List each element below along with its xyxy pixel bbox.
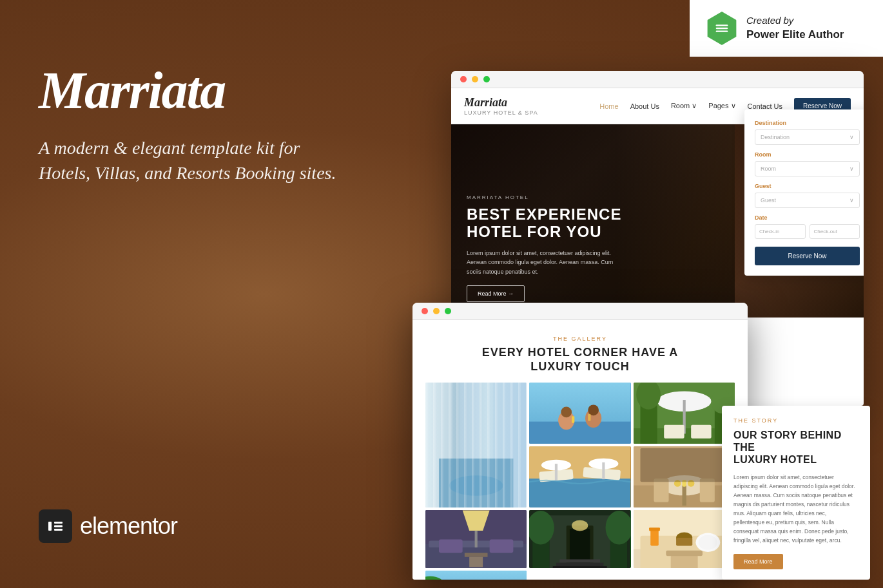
svg-rect-46 (475, 531, 478, 547)
elementor-badge: elementor (39, 509, 177, 543)
svg-rect-4 (54, 522, 63, 524)
nav-pages[interactable]: Pages ∨ (708, 102, 735, 110)
svg-rect-69 (676, 538, 692, 546)
svg-rect-67 (649, 527, 660, 531)
svg-rect-5 (54, 526, 63, 527)
svg-rect-0 (716, 24, 728, 26)
badge-container: Created by Power Elite Author (690, 0, 883, 57)
dot-green-front (445, 308, 451, 314)
room-select[interactable]: Room ∨ (755, 161, 860, 176)
brand-title: Marriata (39, 64, 348, 117)
svg-rect-10 (493, 383, 527, 507)
booking-panel: Destination Destination ∨ Room Room ∨ Gu… (744, 109, 864, 276)
svg-rect-2 (716, 31, 728, 32)
dot-yellow (472, 76, 478, 82)
badge-text: Created by Power Elite Author (746, 14, 844, 42)
story-read-more-button[interactable]: Read More (733, 554, 783, 569)
gallery-title: EVERY HOTEL CORNER HAVE ALUXURY TOUCH (425, 346, 735, 374)
mockups-container: Marriata LUXURY HOTEL & SPA Home About U… (412, 71, 864, 580)
gallery-item-8 (634, 510, 735, 568)
svg-rect-73 (666, 551, 703, 556)
destination-select[interactable]: Destination ∨ (755, 129, 860, 145)
svg-rect-35 (654, 479, 668, 502)
svg-rect-62 (553, 566, 607, 568)
reserve-now-button[interactable]: Reserve Now (755, 247, 860, 265)
guest-select[interactable]: Guest ∨ (755, 193, 860, 208)
nav-about[interactable]: About Us (630, 102, 659, 110)
dot-green (483, 76, 490, 82)
gallery-item-1 (425, 383, 527, 507)
browser-front: THE GALLERY EVERY HOTEL CORNER HAVE ALUX… (412, 303, 748, 580)
svg-rect-82 (529, 479, 630, 507)
gallery-section: THE GALLERY EVERY HOTEL CORNER HAVE ALUX… (412, 320, 748, 580)
gallery-item-2 (529, 383, 630, 444)
svg-rect-7 (425, 383, 527, 507)
svg-rect-88 (603, 462, 605, 479)
svg-rect-74 (425, 571, 527, 580)
left-content: Marriata A modern & elegant template kit… (39, 64, 348, 185)
gallery-item-5 (425, 510, 527, 568)
guest-label: Guest (755, 183, 860, 189)
nav-contact[interactable]: Contact Us (748, 102, 782, 110)
svg-point-71 (698, 535, 717, 550)
svg-point-55 (572, 520, 588, 531)
gallery-item-pool-chairs (529, 446, 630, 507)
svg-rect-61 (556, 563, 603, 566)
story-tag: THE STORY (733, 417, 859, 424)
room-label: Room (755, 151, 860, 158)
svg-rect-34 (682, 486, 686, 506)
svg-rect-40 (640, 448, 728, 482)
elementor-icon (39, 509, 72, 543)
date-label: Date (755, 214, 860, 221)
nav-room[interactable]: Room ∨ (671, 102, 697, 110)
dot-red (460, 76, 467, 82)
date-row: Check-in Check-out (755, 224, 860, 239)
browser-toolbar (451, 71, 864, 88)
svg-rect-29 (664, 425, 684, 439)
svg-rect-1 (716, 28, 728, 29)
checkin-field[interactable]: Check-in (755, 224, 806, 239)
svg-rect-14 (529, 422, 630, 444)
svg-rect-86 (555, 464, 558, 480)
gallery-item-3 (634, 383, 735, 444)
brand-tagline: A modern & elegant template kit for Hote… (39, 135, 348, 185)
hero-description: Lorem ipsum dolor sit amet, consectetuer… (467, 249, 621, 276)
browser-toolbar-front (412, 303, 748, 320)
site-logo: Marriata LUXURY HOTEL & SPA (464, 96, 538, 116)
svg-point-18 (588, 405, 599, 416)
elementor-label: elementor (80, 513, 177, 540)
svg-rect-60 (560, 560, 601, 563)
hero-read-more-button[interactable]: Read More → (467, 285, 525, 302)
dot-red-front (422, 308, 428, 314)
svg-rect-50 (469, 557, 483, 567)
story-title: OUR STORY BEHIND THELUXURY HOTEL (733, 429, 859, 466)
story-section: THE STORY OUR STORY BEHIND THELUXURY HOT… (722, 406, 870, 580)
gallery-item-4 (634, 446, 735, 507)
gallery-item-7 (529, 510, 630, 568)
svg-rect-36 (699, 479, 714, 502)
svg-rect-72 (670, 555, 697, 568)
svg-rect-6 (54, 529, 63, 531)
gallery-item-9 (425, 571, 527, 580)
nav-home[interactable]: Home (599, 102, 618, 110)
checkout-field[interactable]: Check-out (810, 224, 860, 239)
gallery-grid (425, 383, 735, 580)
dot-yellow-front (433, 308, 440, 314)
destination-label: Destination (755, 120, 860, 126)
main-container: Created by Power Elite Author Marriata A… (0, 0, 883, 588)
story-text: Lorem ipsum dolor sit amet, consectetuer… (733, 473, 859, 545)
svg-rect-30 (691, 425, 711, 439)
svg-point-17 (561, 407, 572, 418)
svg-point-12 (449, 475, 503, 495)
svg-rect-19 (572, 416, 574, 422)
svg-rect-49 (465, 553, 488, 557)
svg-rect-11 (439, 459, 513, 507)
gallery-tag: THE GALLERY (425, 336, 735, 342)
svg-rect-47 (439, 540, 463, 553)
svg-rect-8 (425, 383, 452, 507)
svg-rect-48 (490, 540, 514, 553)
svg-rect-3 (48, 522, 52, 531)
svg-rect-66 (650, 529, 659, 545)
svg-rect-20 (588, 414, 591, 421)
svg-rect-9 (459, 383, 479, 507)
